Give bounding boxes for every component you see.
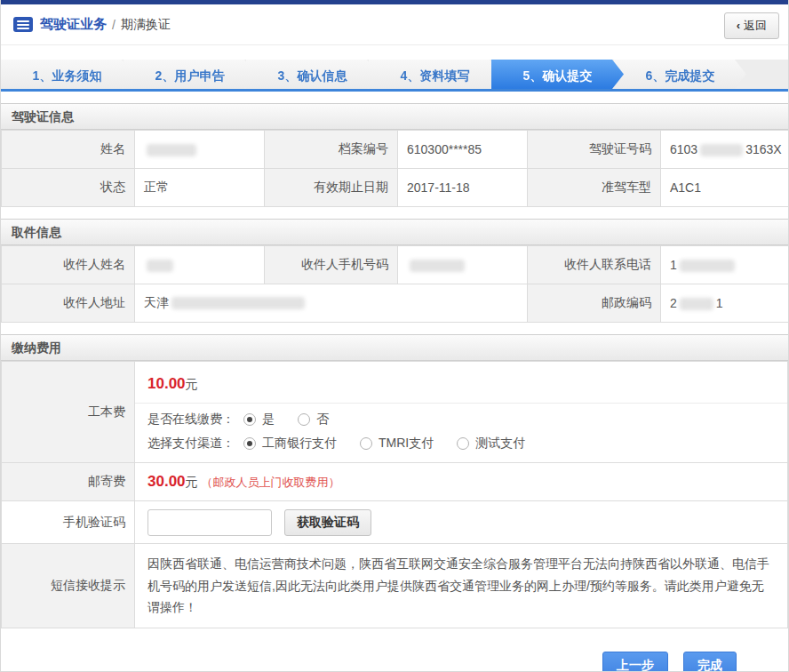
step-4-fill-data[interactable]: 4、资料填写 xyxy=(369,60,501,89)
sms-code-row: 手机验证码 获取验证码 xyxy=(2,501,788,544)
header: 驾驶证业务 / 期满换证 ‹返回 xyxy=(1,4,788,45)
mail-fee-row: 邮寄费 30.00元（邮政人员上门收取费用） xyxy=(2,463,788,501)
page-title: 驾驶证业务 xyxy=(40,16,107,33)
step-2-user-declaration[interactable]: 2、用户申告 xyxy=(124,60,256,89)
file-no-value: 610300****85 xyxy=(398,131,528,169)
get-code-button[interactable]: 获取验证码 xyxy=(284,509,371,536)
table-row: 姓名 档案编号 610300****85 驾驶证号码 61033163X xyxy=(2,131,789,169)
radio-channel-icbc[interactable]: 工商银行支付 xyxy=(243,436,337,452)
expiry-label: 有效期止日期 xyxy=(265,169,398,207)
step-6-finish-submit[interactable]: 6、完成提交 xyxy=(614,60,746,89)
pickup-info-section: 取件信息 收件人姓名 收件人手机号码 收件人联系电话 1 收件人地址 天津 邮政… xyxy=(1,219,788,323)
pickup-info-table: 收件人姓名 收件人手机号码 收件人联系电话 1 收件人地址 天津 邮政编码 21 xyxy=(1,245,789,323)
radio-selected-icon xyxy=(243,413,256,426)
recipient-name-value xyxy=(135,246,265,284)
radio-unselected-icon xyxy=(457,437,469,450)
name-value xyxy=(135,131,265,169)
mail-fee-amount: 30.00 xyxy=(147,473,186,490)
radio-unselected-icon xyxy=(360,437,372,450)
redacted-phone xyxy=(680,260,735,272)
radio-selected-icon xyxy=(243,437,256,450)
card-fee-row: 工本费 10.00元 是否在线缴费： 是 否 选择支付渠道： 工商银行支付 TM… xyxy=(2,362,788,463)
radio-channel-tmri[interactable]: TMRI支付 xyxy=(360,436,434,452)
list-icon xyxy=(13,17,33,32)
online-pay-group: 是否在线缴费： 是 否 xyxy=(135,404,787,428)
chevron-left-icon: ‹ xyxy=(737,19,740,32)
fees-table: 工本费 10.00元 是否在线缴费： 是 否 选择支付渠道： 工商银行支付 TM… xyxy=(1,361,788,628)
pay-channel-label: 选择支付渠道： xyxy=(147,436,235,452)
expiry-value: 2017-11-18 xyxy=(398,169,528,207)
step-wizard: 1、业务须知 2、用户申告 3、确认信息 4、资料填写 5、确认提交 6、完成提… xyxy=(1,60,788,92)
step-5-confirm-submit[interactable]: 5、确认提交 xyxy=(491,60,624,89)
table-row: 收件人姓名 收件人手机号码 收件人联系电话 1 xyxy=(2,246,789,284)
card-fee-amount: 10.00 xyxy=(147,375,186,392)
card-fee-label: 工本费 xyxy=(2,362,135,463)
sms-code-label: 手机验证码 xyxy=(2,501,135,544)
section-title-pickup: 取件信息 xyxy=(1,219,788,245)
sms-tip-label: 短信接收提示 xyxy=(2,544,135,628)
step-3-confirm-info[interactable]: 3、确认信息 xyxy=(246,60,379,89)
sms-code-input[interactable] xyxy=(147,509,272,536)
sms-code-cell: 获取验证码 xyxy=(135,501,788,544)
finish-button[interactable]: 完成 xyxy=(683,652,737,672)
postcode-label: 邮政编码 xyxy=(528,284,661,323)
address-label: 收件人地址 xyxy=(2,284,135,323)
license-no-label: 驾驶证号码 xyxy=(528,131,661,169)
recipient-name-label: 收件人姓名 xyxy=(2,246,135,284)
recipient-phone-value: 1 xyxy=(661,246,789,284)
address-value: 天津 xyxy=(135,284,528,323)
radio-online-yes[interactable]: 是 xyxy=(243,412,275,428)
recipient-mobile-label: 收件人手机号码 xyxy=(265,246,398,284)
name-label: 姓名 xyxy=(2,131,135,169)
breadcrumb-current: 期满换证 xyxy=(121,17,171,33)
vehicle-class-value: A1C1 xyxy=(661,169,789,207)
fees-section: 缴纳费用 工本费 10.00元 是否在线缴费： 是 否 选择支付渠道： 工 xyxy=(1,334,788,628)
redacted-recipient-name xyxy=(147,260,173,272)
mail-fee-note: （邮政人员上门收取费用） xyxy=(202,476,340,489)
breadcrumb-separator: / xyxy=(112,18,116,32)
recipient-phone-label: 收件人联系电话 xyxy=(528,246,661,284)
pay-channel-group: 选择支付渠道： 工商银行支付 TMRI支付 测试支付 xyxy=(135,428,787,462)
status-label: 状态 xyxy=(2,169,135,207)
license-info-table: 姓名 档案编号 610300****85 驾驶证号码 61033163X 状态 … xyxy=(1,130,789,207)
redacted-mobile xyxy=(410,260,465,272)
file-no-label: 档案编号 xyxy=(265,131,398,169)
license-no-value: 61033163X xyxy=(661,131,789,169)
redacted-address xyxy=(171,297,305,309)
sms-tip-row: 短信接收提示 因陕西省联通、电信运营商技术问题，陕西省互联网交通安全综合服务管理… xyxy=(2,544,788,628)
back-button-label: 返回 xyxy=(744,19,767,32)
radio-channel-test[interactable]: 测试支付 xyxy=(457,436,525,452)
back-button[interactable]: ‹返回 xyxy=(724,12,779,39)
table-row: 状态 正常 有效期止日期 2017-11-18 准驾车型 A1C1 xyxy=(2,169,789,207)
radio-online-no[interactable]: 否 xyxy=(298,412,329,428)
vehicle-class-label: 准驾车型 xyxy=(528,169,661,207)
card-fee-amount-line: 10.00元 xyxy=(135,362,787,404)
recipient-mobile-value xyxy=(398,246,528,284)
card-fee-cell: 10.00元 是否在线缴费： 是 否 选择支付渠道： 工商银行支付 TMRI支付… xyxy=(135,362,788,463)
redacted-postcode xyxy=(680,298,713,310)
page: 驾驶证业务 / 期满换证 ‹返回 1、业务须知 2、用户申告 3、确认信息 4、… xyxy=(0,0,789,672)
step-1-business-notice[interactable]: 1、业务须知 xyxy=(1,60,133,89)
footer-actions: 上一步 完成 xyxy=(1,652,788,672)
license-info-section: 驾驶证信息 姓名 档案编号 610300****85 驾驶证号码 6103316… xyxy=(1,103,788,207)
redacted-name xyxy=(147,144,196,156)
section-title-fees: 缴纳费用 xyxy=(1,334,788,361)
sms-tip-text: 因陕西省联通、电信运营商技术问题，陕西省互联网交通安全综合服务管理平台无法向持陕… xyxy=(135,544,788,628)
postcode-value: 21 xyxy=(661,284,789,323)
status-value: 正常 xyxy=(135,169,265,207)
redacted-license-no xyxy=(700,144,743,156)
radio-unselected-icon xyxy=(298,413,310,426)
previous-step-button[interactable]: 上一步 xyxy=(602,652,668,672)
table-row: 收件人地址 天津 邮政编码 21 xyxy=(2,284,789,323)
online-pay-label: 是否在线缴费： xyxy=(147,412,235,428)
section-title-license: 驾驶证信息 xyxy=(1,103,788,130)
mail-fee-label: 邮寄费 xyxy=(2,463,135,501)
mail-fee-cell: 30.00元（邮政人员上门收取费用） xyxy=(135,463,788,501)
